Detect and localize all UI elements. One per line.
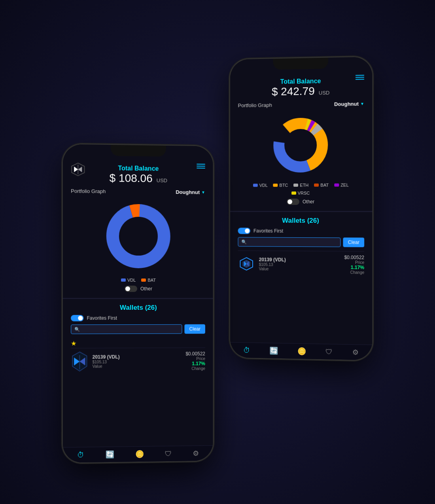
vdl-icon-front: 🪙 bbox=[135, 450, 144, 459]
svg-marker-12 bbox=[78, 167, 82, 172]
phone-back-screen: Total Balance $ 242.79 USD Portfolio Gra… bbox=[230, 57, 373, 360]
favorites-label-back: Favorites First bbox=[253, 228, 283, 234]
wallet-price-col-front: $0.00522 Price 1.17% Change bbox=[185, 351, 205, 371]
dashboard-icon-back: ⏱ bbox=[244, 346, 251, 354]
total-balance-label-front: Total Balance bbox=[118, 165, 159, 172]
wallets-title-back: Wallets (26) bbox=[238, 217, 365, 225]
total-balance-amount-back: $ 242.79 USD bbox=[272, 85, 329, 98]
other-toggle-front: Other bbox=[71, 286, 205, 292]
legend-front: VDL BAT bbox=[71, 276, 205, 285]
nav-shield-front[interactable]: 🛡 bbox=[165, 449, 172, 458]
nav-dashboard-front[interactable]: ⏱ bbox=[78, 451, 85, 459]
phone-front: Total Balance $ 108.06 USD Portfolio Gra… bbox=[63, 144, 213, 462]
favorite-star-front[interactable]: ★ bbox=[71, 340, 76, 347]
favorites-label-front: Favorites First bbox=[87, 315, 117, 321]
search-input-back[interactable] bbox=[249, 239, 337, 245]
nav-refresh-back[interactable]: 🔄 bbox=[270, 347, 278, 355]
svg-marker-11 bbox=[74, 167, 78, 172]
wallet-item-back[interactable]: 20139 (VDL) $105.13 Value $0.00522 Price bbox=[238, 250, 365, 278]
chart-container-back bbox=[238, 109, 365, 181]
total-balance-label-back: Total Balance bbox=[280, 78, 321, 85]
wallet-item-front[interactable]: 20139 (VDL) $105.13 Value $0.00522 Price bbox=[71, 347, 205, 375]
nav-vdl-front[interactable]: 🪙 bbox=[135, 450, 144, 459]
bottom-nav-back: ⏱ 🔄 🪙 🛡 ⚙ bbox=[230, 342, 373, 360]
wallet-logo-back bbox=[238, 255, 255, 273]
settings-icon-back: ⚙ bbox=[352, 348, 358, 356]
chart-type-arrow-front: ▼ bbox=[201, 190, 205, 195]
shield-icon-front: 🛡 bbox=[165, 449, 172, 458]
other-toggle-switch-front[interactable] bbox=[125, 286, 137, 292]
balance-dollar-back: $ 242.79 bbox=[272, 85, 315, 98]
clear-button-front[interactable]: Clear bbox=[185, 324, 205, 334]
search-input-front[interactable] bbox=[82, 326, 178, 332]
wallet-name-back: 20139 (VDL) bbox=[259, 257, 340, 263]
balance-currency-back: USD bbox=[319, 90, 330, 96]
clear-button-back[interactable]: Clear bbox=[343, 237, 364, 247]
phones-container: Total Balance $ 242.79 USD Portfolio Gra… bbox=[40, 34, 395, 470]
search-icon-front: 🔍 bbox=[74, 327, 80, 332]
balance-currency-front: USD bbox=[157, 178, 167, 184]
vdl-icon-back: 🪙 bbox=[297, 347, 306, 356]
nav-shield-back[interactable]: 🛡 bbox=[325, 348, 333, 356]
chart-type-btn-back[interactable]: Doughnut ▼ bbox=[334, 101, 364, 107]
favorites-toggle-back[interactable] bbox=[238, 228, 250, 234]
chart-type-btn-front[interactable]: Doughnut ▼ bbox=[176, 189, 205, 195]
nav-settings-back[interactable]: ⚙ bbox=[352, 348, 358, 356]
other-toggle-back: Other bbox=[238, 199, 365, 205]
nav-vdl-back[interactable]: 🪙 bbox=[297, 347, 306, 356]
other-toggle-switch-back[interactable] bbox=[287, 199, 299, 205]
nav-settings-front[interactable]: ⚙ bbox=[193, 449, 199, 458]
phone-back-notch bbox=[273, 58, 328, 70]
favorites-toggle-front[interactable] bbox=[71, 315, 83, 321]
portfolio-label-front: Portfolio Graph bbox=[71, 188, 106, 194]
shield-icon-back: 🛡 bbox=[325, 348, 333, 356]
svg-point-16 bbox=[120, 218, 157, 255]
wallet-price-col-back: $0.00522 Price 1.17% Change bbox=[344, 255, 364, 275]
app-logo-front bbox=[71, 162, 85, 177]
svg-point-5 bbox=[286, 130, 316, 161]
settings-icon-front: ⚙ bbox=[193, 449, 199, 458]
chart-type-arrow-back: ▼ bbox=[360, 102, 364, 106]
wallet-info-back: 20139 (VDL) $105.13 Value bbox=[259, 257, 340, 272]
refresh-icon-front: 🔄 bbox=[106, 450, 114, 459]
menu-icon-back[interactable] bbox=[356, 75, 364, 80]
wallets-title-front: Wallets (26) bbox=[71, 304, 205, 312]
menu-icon-front[interactable] bbox=[197, 164, 205, 169]
search-input-wrap-front: 🔍 bbox=[71, 324, 182, 334]
total-balance-amount-front: $ 108.06 USD bbox=[110, 172, 167, 185]
wallet-info-front: 20139 (VDL) $105.13 Value bbox=[93, 354, 182, 369]
nav-refresh-front[interactable]: 🔄 bbox=[106, 450, 114, 459]
chart-container-front bbox=[71, 196, 205, 276]
portfolio-label-back: Portfolio Graph bbox=[238, 102, 272, 108]
legend-back: VDL BTC ETH BAT ZEL VRSC bbox=[238, 180, 365, 197]
phone-front-screen: Total Balance $ 108.06 USD Portfolio Gra… bbox=[63, 144, 213, 462]
nav-dashboard-back[interactable]: ⏱ bbox=[244, 346, 251, 354]
phone-front-notch bbox=[111, 145, 166, 157]
search-input-wrap-back: 🔍 bbox=[238, 237, 341, 247]
wallet-name-front: 20139 (VDL) bbox=[93, 354, 182, 360]
dashboard-icon-front: ⏱ bbox=[78, 451, 85, 459]
search-icon-back: 🔍 bbox=[241, 239, 247, 244]
balance-dollar-front: $ 108.06 bbox=[110, 172, 153, 185]
wallet-logo-front bbox=[71, 353, 88, 370]
phone-back: Total Balance $ 242.79 USD Portfolio Gra… bbox=[230, 57, 373, 360]
bottom-nav-front: ⏱ 🔄 🪙 🛡 ⚙ bbox=[63, 445, 213, 463]
refresh-icon-back: 🔄 bbox=[270, 347, 278, 355]
wallet-value-back: $105.13 bbox=[259, 262, 340, 267]
